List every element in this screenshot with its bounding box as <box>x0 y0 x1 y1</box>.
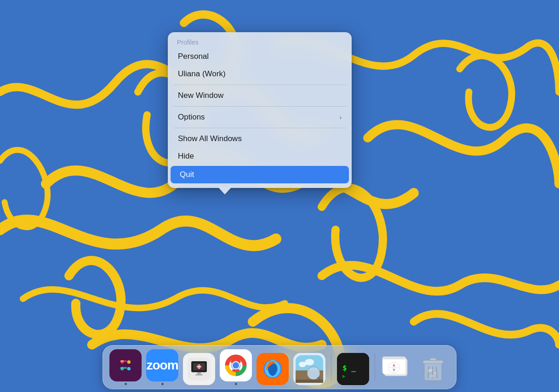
dock-item-terminal[interactable]: $ _ ▶ <box>337 353 369 385</box>
menu-item-personal-label: Personal <box>178 52 209 61</box>
dock-item-zoom[interactable]: zoom <box>146 349 178 385</box>
chevron-right-icon: › <box>340 114 342 121</box>
chrome-dot <box>235 383 237 385</box>
dock-divider-1 <box>331 353 331 381</box>
slack-dot <box>125 383 127 385</box>
svg-rect-3 <box>124 360 127 362</box>
dock-item-firefox[interactable] <box>257 353 289 385</box>
recent-items-icon <box>381 353 413 385</box>
divider-1 <box>173 85 346 85</box>
svg-point-6 <box>127 360 131 364</box>
divider-2 <box>173 106 346 107</box>
firefox-icon <box>257 353 289 385</box>
trash-icon <box>417 353 450 385</box>
svg-point-31 <box>305 359 314 365</box>
preview-icon <box>293 353 325 385</box>
svg-rect-50 <box>430 358 436 361</box>
svg-point-33 <box>308 368 319 378</box>
zoom-label: zoom <box>146 358 178 373</box>
svg-rect-1 <box>115 355 136 375</box>
dock: zoom <box>103 345 456 389</box>
dock-item-recent[interactable] <box>381 353 413 385</box>
dock-item-trash[interactable] <box>417 353 450 385</box>
menu-item-uliana-work[interactable]: Uliana (Work) <box>169 65 351 83</box>
dock-item-chrome[interactable] <box>220 349 252 385</box>
dock-item-preview[interactable] <box>293 353 325 385</box>
chrome-icon <box>220 349 252 381</box>
svg-point-22 <box>233 362 239 369</box>
menu-item-quit[interactable]: Quit <box>171 166 349 183</box>
menu-item-show-all-windows-label: Show All Windows <box>178 134 242 143</box>
menu-item-quit-label: Quit <box>180 170 194 179</box>
zoom-icon: zoom <box>146 349 178 381</box>
svg-rect-5 <box>124 367 127 369</box>
dock-item-slack[interactable] <box>109 349 142 385</box>
svg-rect-7 <box>120 360 124 362</box>
dock-item-cleanmymac[interactable] <box>183 353 215 385</box>
menu-item-options[interactable]: Options › <box>169 108 351 126</box>
svg-text:▶: ▶ <box>342 373 346 379</box>
desktop: Profiles Personal Uliana (Work) New Wind… <box>0 0 559 392</box>
svg-rect-41 <box>382 357 405 359</box>
menu-item-personal[interactable]: Personal <box>169 48 351 65</box>
slack-icon <box>109 349 142 381</box>
menu-item-hide-label: Hide <box>178 152 194 161</box>
menu-item-hide[interactable]: Hide <box>169 148 351 165</box>
svg-rect-29 <box>296 380 323 383</box>
svg-text:$ _: $ _ <box>342 364 356 372</box>
menu-item-new-window-label: New Window <box>178 91 223 100</box>
context-menu: Profiles Personal Uliana (Work) New Wind… <box>168 32 352 188</box>
svg-rect-15 <box>197 372 201 374</box>
menu-item-options-label: Options <box>178 113 205 122</box>
menu-item-show-all-windows[interactable]: Show All Windows <box>169 130 351 148</box>
svg-rect-16 <box>195 374 203 375</box>
dock-divider-2 <box>375 353 375 381</box>
menu-item-uliana-work-label: Uliana (Work) <box>178 69 226 79</box>
divider-3 <box>173 128 346 128</box>
svg-rect-9 <box>120 367 124 369</box>
terminal-icon: $ _ ▶ <box>337 353 369 385</box>
cleanmymac-icon <box>183 353 215 385</box>
zoom-dot <box>161 383 164 385</box>
profiles-section-label: Profiles <box>168 36 352 48</box>
menu-item-new-window[interactable]: New Window <box>169 87 351 104</box>
svg-point-8 <box>127 367 131 370</box>
